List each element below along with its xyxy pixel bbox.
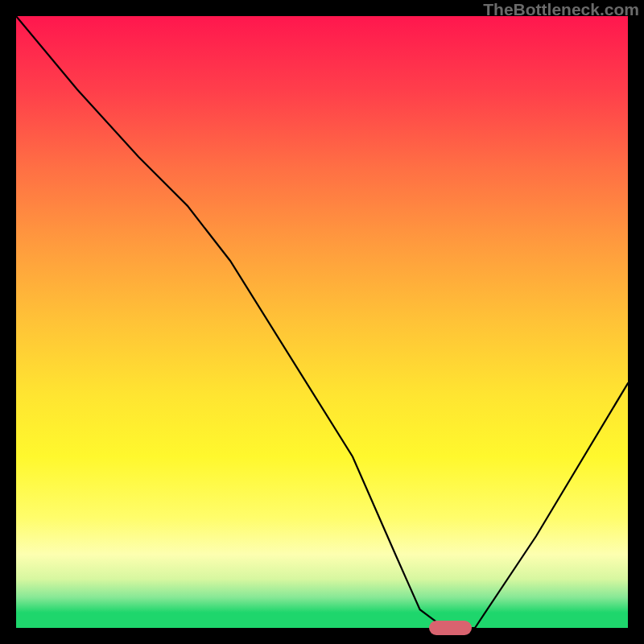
optimum-marker bbox=[429, 621, 472, 635]
bottleneck-curve bbox=[16, 16, 628, 628]
plot-area bbox=[16, 16, 628, 628]
watermark-text: TheBottleneck.com bbox=[483, 0, 639, 19]
